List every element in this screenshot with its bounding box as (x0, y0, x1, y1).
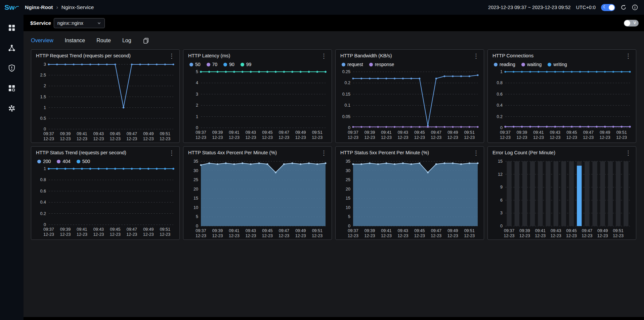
svg-text:12-23: 12-23 (550, 135, 560, 140)
breadcrumb-current[interactable]: Nginx-Service (61, 4, 94, 10)
legend-item[interactable]: writing (548, 62, 567, 67)
copy-icon[interactable] (143, 37, 149, 44)
svg-text:12-23: 12-23 (381, 135, 392, 140)
tab-overview[interactable]: Overview (31, 38, 53, 44)
legend-item[interactable]: 90 (223, 62, 234, 67)
widget-card-http-status-5xx: HTTP Status 5xx Percent Per Minute (%) ⋮… (335, 146, 484, 240)
svg-text:12-23: 12-23 (551, 233, 561, 238)
svg-text:12-23: 12-23 (262, 135, 273, 140)
legend-item[interactable]: 500 (77, 159, 90, 164)
widget-card-http-latency: HTTP Latency (ms) ⋮ 50709099 01234509:37… (183, 49, 332, 143)
svg-text:09:41: 09:41 (533, 130, 544, 135)
svg-text:09:37: 09:37 (196, 228, 206, 233)
legend-dot-icon (189, 63, 193, 66)
svg-text:09:49: 09:49 (295, 130, 306, 135)
svg-text:09:49: 09:49 (597, 228, 608, 233)
chart-canvas[interactable]: 00.20.40.60.8109:3712-2309:3912-2309:411… (488, 68, 636, 143)
chart-canvas[interactable]: 00.20.40.60.8109:3712-2309:3912-2309:411… (31, 165, 179, 239)
chart-canvas[interactable]: 0510152025303509:3712-2309:3912-2309:411… (336, 157, 484, 240)
kebab-menu-icon[interactable]: ⋮ (472, 53, 480, 59)
kebab-menu-icon[interactable]: ⋮ (320, 53, 328, 59)
chart-canvas[interactable]: 0510152025303509:3712-2309:3912-2309:411… (183, 157, 332, 240)
svg-text:12-23: 12-23 (43, 137, 54, 141)
sidebar-item-topology[interactable] (7, 43, 17, 53)
refresh-icon[interactable] (620, 4, 627, 10)
info-icon[interactable] (632, 4, 638, 10)
chart-canvas[interactable]: 0369121509:3712-2309:3912-2309:4112-2309… (488, 157, 636, 240)
svg-text:0.2: 0.2 (345, 81, 350, 85)
svg-text:12-23: 12-23 (312, 233, 323, 238)
legend-item[interactable]: request (342, 62, 363, 67)
widget-card-http-status-trend: HTTP Status Trend (requests per second) … (31, 146, 180, 240)
chart-canvas[interactable]: 00.050.10.150.20.2509:3712-2309:3912-230… (336, 68, 484, 143)
svg-text:12-23: 12-23 (212, 233, 223, 238)
svg-text:12-23: 12-23 (126, 137, 137, 141)
kebab-menu-icon[interactable]: ⋮ (625, 150, 632, 156)
kebab-menu-icon[interactable]: ⋮ (168, 150, 175, 156)
svg-text:09:49: 09:49 (447, 228, 458, 233)
service-select-value: nginx::nginx (57, 20, 83, 26)
svg-text:0.2: 0.2 (497, 114, 503, 119)
svg-text:09:45: 09:45 (262, 130, 272, 135)
legend-dot-icon (342, 63, 345, 66)
kebab-menu-icon[interactable]: ⋮ (168, 53, 175, 59)
tab-log[interactable]: Log (122, 38, 131, 44)
legend-item[interactable]: 50 (189, 62, 201, 67)
legend-item[interactable]: 200 (37, 159, 51, 164)
svg-text:09:43: 09:43 (551, 228, 561, 233)
version-toggle[interactable]: V (624, 20, 639, 26)
sidebar-item-alerting[interactable] (7, 63, 17, 73)
svg-text:09:43: 09:43 (246, 228, 256, 233)
svg-text:12-23: 12-23 (431, 135, 441, 140)
svg-text:09:43: 09:43 (398, 228, 408, 233)
legend-item[interactable]: waiting (521, 62, 542, 67)
legend-item[interactable]: reading (494, 62, 515, 67)
svg-text:0: 0 (196, 125, 198, 130)
svg-text:09:49: 09:49 (600, 130, 610, 135)
svg-text:12-23: 12-23 (245, 135, 256, 140)
widget-title: HTTP Request Trend (requests per second) (36, 53, 131, 58)
svg-text:12-23: 12-23 (431, 233, 441, 238)
svg-text:09:45: 09:45 (414, 130, 425, 135)
version-toggle-knob (624, 20, 630, 26)
svg-text:12-23: 12-23 (77, 232, 87, 237)
service-select[interactable]: nginx::nginx (54, 18, 105, 28)
sidebar-item-settings[interactable] (7, 103, 17, 113)
svg-text:12-23: 12-23 (464, 233, 475, 238)
sidebar-item-marketplace[interactable] (7, 83, 17, 93)
legend-item[interactable]: 404 (57, 159, 70, 164)
svg-text:09:39: 09:39 (364, 130, 375, 135)
sidebar-item-dashboards[interactable] (7, 23, 17, 33)
chart-canvas[interactable]: 00.511.522.5309:3712-2309:3912-2309:4112… (31, 60, 179, 143)
svg-text:12-23: 12-23 (500, 135, 511, 140)
svg-text:12-23: 12-23 (397, 233, 408, 238)
kebab-menu-icon[interactable]: ⋮ (320, 150, 328, 156)
svg-text:0: 0 (44, 222, 46, 227)
legend-item[interactable]: 70 (207, 62, 218, 67)
svg-text:12-23: 12-23 (348, 233, 358, 238)
chart-legend: requestresponse (336, 60, 484, 68)
svg-text:09:37: 09:37 (348, 228, 358, 233)
svg-text:09:47: 09:47 (431, 130, 441, 135)
service-bar: $Service nginx::nginx V (24, 15, 644, 31)
legend-item[interactable]: 99 (241, 62, 252, 67)
top-bar: Sw Nginx-Root › Nginx-Service 2023-12-23… (0, 0, 644, 15)
kebab-menu-icon[interactable]: ⋮ (472, 150, 480, 156)
chart-canvas[interactable]: 01234509:3712-2309:3912-2309:4112-2309:4… (183, 68, 332, 143)
svg-text:30: 30 (194, 168, 198, 173)
tab-instance[interactable]: Instance (65, 38, 85, 44)
svg-text:09:45: 09:45 (566, 228, 576, 233)
breadcrumb-root[interactable]: Nginx-Root (25, 4, 53, 10)
time-range-picker[interactable]: 2023-12-23 09:37 ~ 2023-12-23 09:52 (488, 5, 571, 10)
tab-route[interactable]: Route (96, 38, 111, 44)
timezone-label[interactable]: UTC+0:0 (576, 5, 596, 10)
chart-legend: 200404500 (31, 157, 179, 165)
svg-text:2: 2 (196, 103, 198, 108)
app-logo[interactable]: Sw (0, 3, 24, 11)
svg-text:12-23: 12-23 (60, 232, 71, 237)
legend-item[interactable]: response (369, 62, 394, 67)
theme-toggle[interactable]: ☾ (601, 4, 615, 11)
service-label: $Service (30, 20, 51, 26)
svg-text:12-23: 12-23 (381, 233, 392, 238)
kebab-menu-icon[interactable]: ⋮ (625, 53, 632, 59)
